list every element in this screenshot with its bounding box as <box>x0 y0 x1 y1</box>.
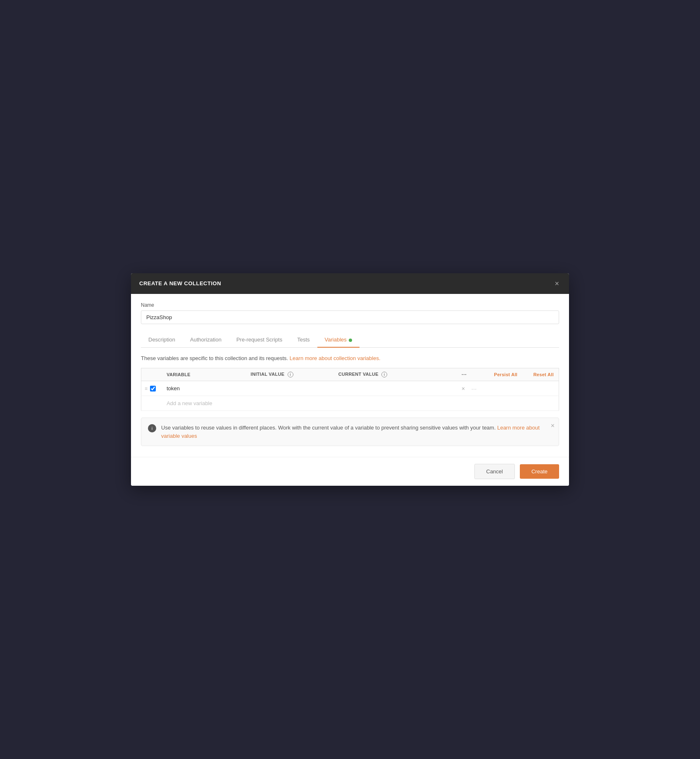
modal-body: Name Description Authorization Pre-reque… <box>131 294 569 457</box>
tabs-bar: Description Authorization Pre-request Sc… <box>141 332 559 348</box>
modal-close-button[interactable]: × <box>553 279 561 288</box>
create-button[interactable]: Create <box>520 464 559 479</box>
footer-note-text: Use variables to reuse values in differe… <box>161 424 552 440</box>
modal-header: CREATE A NEW COLLECTION × <box>131 273 569 294</box>
footer-note-info-icon: i <box>148 424 156 432</box>
modal-overlay: CREATE A NEW COLLECTION × Name Descripti… <box>0 0 700 759</box>
initial-value-input[interactable] <box>246 381 333 396</box>
learn-more-collection-variables-link[interactable]: Learn more about collection variables. <box>290 355 381 361</box>
name-field-label: Name <box>141 302 559 308</box>
variables-tab-content: These variables are specific to this col… <box>141 348 559 457</box>
tab-variables[interactable]: Variables <box>317 332 360 348</box>
row-action-cell: × ··· <box>457 381 482 396</box>
footer-note: i Use variables to reuse values in diffe… <box>141 418 559 446</box>
row-more-button[interactable]: ··· <box>470 384 479 393</box>
th-variable: VARIABLE <box>162 368 245 381</box>
tab-authorization[interactable]: Authorization <box>183 332 229 348</box>
add-variable-cell <box>162 396 245 411</box>
th-drag <box>141 368 162 381</box>
row-spacer-cell <box>482 381 559 396</box>
add-current-input[interactable] <box>333 396 457 411</box>
row-delete-button[interactable]: × <box>460 384 467 393</box>
add-current-cell <box>333 396 457 411</box>
add-row-spacer <box>457 396 559 411</box>
tab-description[interactable]: Description <box>141 332 183 348</box>
th-row-actions: ··· <box>457 368 482 381</box>
variables-table: VARIABLE INITIAL VALUE i CURRENT VALUE i… <box>141 368 559 411</box>
footer-note-close-button[interactable]: × <box>551 422 555 430</box>
add-initial-input[interactable] <box>246 396 333 411</box>
add-initial-cell <box>246 396 333 411</box>
current-value-cell <box>333 381 457 396</box>
th-current-value: CURRENT VALUE i <box>333 368 457 381</box>
reset-all-button[interactable]: Reset All <box>522 368 559 381</box>
modal-footer: Cancel Create <box>131 457 569 486</box>
initial-value-info-icon: i <box>288 372 293 377</box>
current-value-info-icon: i <box>381 372 387 377</box>
add-row-drag-cell <box>141 396 162 411</box>
variables-info: These variables are specific to this col… <box>141 355 559 361</box>
tab-tests[interactable]: Tests <box>290 332 317 348</box>
table-row: ≡ <box>141 381 559 396</box>
row-checkbox[interactable] <box>150 386 156 391</box>
th-dots-icon: ··· <box>462 372 467 377</box>
variable-name-input[interactable] <box>162 381 245 396</box>
initial-value-cell <box>246 381 333 396</box>
add-variable-input[interactable] <box>162 396 245 411</box>
cancel-button[interactable]: Cancel <box>474 464 515 479</box>
modal-dialog: CREATE A NEW COLLECTION × Name Descripti… <box>131 273 569 486</box>
name-input[interactable] <box>141 310 559 324</box>
th-initial-value: INITIAL VALUE i <box>246 368 333 381</box>
current-value-input[interactable] <box>333 381 457 396</box>
variables-active-dot <box>349 339 352 342</box>
table-header-row: VARIABLE INITIAL VALUE i CURRENT VALUE i… <box>141 368 559 381</box>
persist-all-button[interactable]: Persist All <box>482 368 522 381</box>
tab-pre-request[interactable]: Pre-request Scripts <box>229 332 290 348</box>
variable-cell <box>162 381 245 396</box>
add-variable-row <box>141 396 559 411</box>
row-drag-cell: ≡ <box>141 381 162 396</box>
drag-handle-icon: ≡ <box>145 386 148 391</box>
modal-title: CREATE A NEW COLLECTION <box>139 280 221 286</box>
